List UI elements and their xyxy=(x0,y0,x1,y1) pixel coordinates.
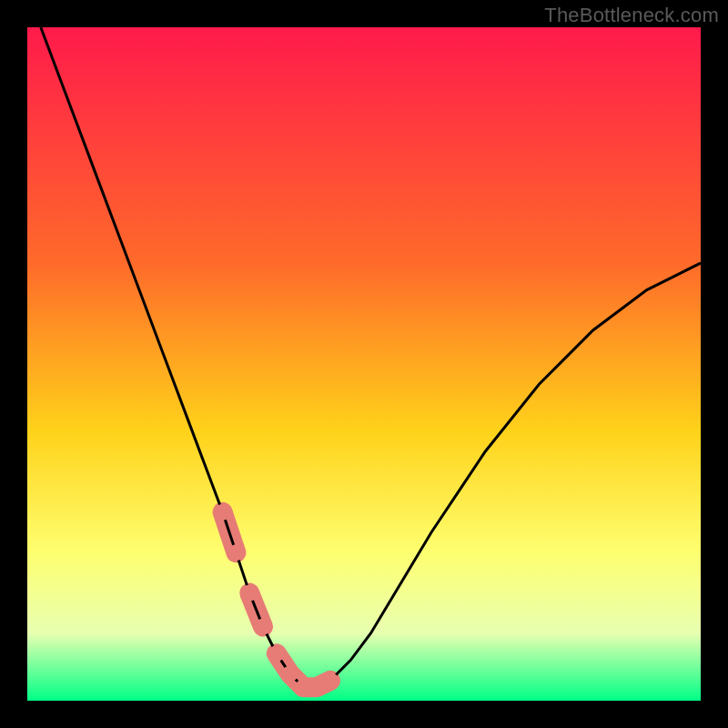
watermark-text: TheBottleneck.com xyxy=(544,4,719,27)
marker-dot xyxy=(241,585,258,602)
marker-dot xyxy=(215,504,231,521)
gradient-bg xyxy=(27,27,701,701)
marker-dot xyxy=(268,645,285,662)
marker-dot xyxy=(282,665,298,682)
marker-dot xyxy=(322,672,339,689)
plot-area xyxy=(27,27,701,701)
marker-dot xyxy=(255,619,271,635)
chart-svg xyxy=(27,27,701,701)
outer-frame: TheBottleneck.com xyxy=(0,0,728,728)
marker-dot xyxy=(228,544,244,561)
